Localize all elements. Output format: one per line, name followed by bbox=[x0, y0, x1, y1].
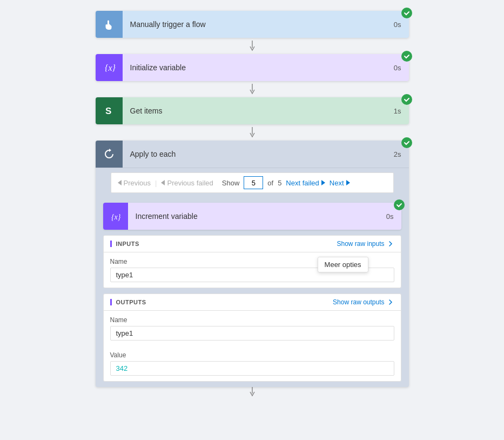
inputs-panel: INPUTS Show raw inputs Name type1 Meer o… bbox=[103, 235, 401, 288]
increment-icon: {x} bbox=[103, 203, 128, 230]
getitems-label: Get items bbox=[123, 97, 386, 124]
increment-label: Increment variable bbox=[128, 203, 379, 230]
apply-success-badge bbox=[401, 137, 412, 148]
step-increment[interactable]: {x} Increment variable 0s bbox=[103, 203, 401, 230]
previous-button[interactable]: Previous bbox=[118, 179, 151, 187]
outputs-title: OUTPUTS bbox=[110, 299, 146, 305]
init-success-badge bbox=[401, 51, 412, 62]
meer-opties-tooltip: Meer opties bbox=[318, 257, 368, 272]
trigger-icon bbox=[96, 11, 123, 38]
getitems-success-badge bbox=[401, 94, 412, 105]
svg-text:S: S bbox=[105, 106, 111, 116]
trigger-success-badge bbox=[401, 8, 412, 18]
previous-failed-button[interactable]: Previous failed bbox=[161, 179, 213, 187]
step-getitems[interactable]: S Get items 1s bbox=[96, 97, 409, 124]
outputs-name-value: type1 bbox=[110, 326, 394, 341]
page-input[interactable] bbox=[244, 176, 263, 189]
svg-text:{x}: {x} bbox=[111, 213, 121, 221]
outputs-value-value: 342 bbox=[110, 361, 394, 376]
svg-text:{x}: {x} bbox=[105, 63, 116, 72]
getitems-icon: S bbox=[96, 97, 123, 124]
flow-container: Manually trigger a flow 0s {x} Initializ… bbox=[90, 11, 414, 429]
arrow-2 bbox=[248, 81, 256, 97]
show-raw-inputs-button[interactable]: Show raw inputs bbox=[337, 240, 394, 248]
arrow-3 bbox=[248, 124, 256, 141]
inputs-name-field: Name type1 Meer opties bbox=[104, 252, 401, 288]
trigger-label: Manually trigger a flow bbox=[123, 11, 386, 38]
next-button[interactable]: Next bbox=[330, 179, 350, 187]
apply-label: Apply to each bbox=[123, 141, 386, 168]
init-label: Initialize variable bbox=[123, 54, 386, 81]
outputs-header: OUTPUTS Show raw outputs bbox=[104, 294, 401, 311]
apply-header: Apply to each 2s bbox=[96, 141, 409, 168]
arrow-bottom bbox=[248, 387, 256, 397]
step-apply[interactable]: Apply to each 2s Previous | Previous fai… bbox=[96, 141, 409, 387]
init-icon: {x} bbox=[96, 54, 123, 81]
show-raw-outputs-button[interactable]: Show raw outputs bbox=[333, 298, 394, 306]
inputs-header: INPUTS Show raw inputs bbox=[104, 236, 401, 252]
outputs-name-field: Name type1 bbox=[104, 311, 401, 346]
inputs-title: INPUTS bbox=[110, 241, 139, 247]
outputs-panel: OUTPUTS Show raw outputs Name type1 Valu… bbox=[103, 294, 401, 382]
pagination-bar: Previous | Previous failed Show of 5 Nex… bbox=[111, 172, 394, 193]
pagination-container: Previous | Previous failed Show of 5 Nex… bbox=[96, 168, 409, 197]
apply-icon bbox=[96, 141, 123, 168]
apply-body: Previous | Previous failed Show of 5 Nex… bbox=[96, 168, 409, 382]
outputs-value-field: Value 342 bbox=[104, 346, 401, 381]
apply-duration: 2s bbox=[386, 150, 409, 158]
increment-success-badge bbox=[394, 199, 405, 210]
step-init[interactable]: {x} Initialize variable 0s bbox=[96, 54, 409, 81]
step-trigger[interactable]: Manually trigger a flow 0s bbox=[96, 11, 409, 38]
next-failed-button[interactable]: Next failed bbox=[286, 179, 325, 187]
arrow-1 bbox=[248, 38, 256, 54]
